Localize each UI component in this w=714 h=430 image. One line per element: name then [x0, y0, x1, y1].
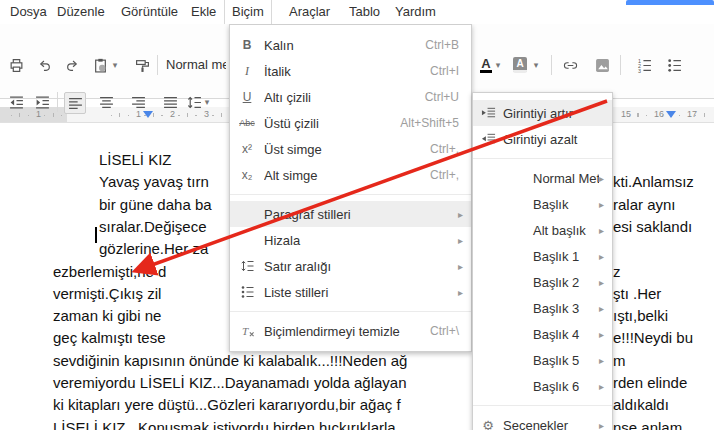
menu-item-label: Girintiyi azalt [503, 132, 612, 147]
menubar-item-düzenle[interactable]: Düzenle [50, 0, 112, 24]
submenu-arrow-icon: ▸ [458, 209, 471, 220]
format-menu-item-liste-stilleri[interactable]: Liste stilleri▸ [230, 279, 471, 305]
menu-item-label: Başlık 3 [503, 301, 599, 316]
submenu-arrow-icon: ▸ [599, 251, 612, 262]
bold-icon: B [230, 38, 264, 52]
menubar-item-biçim[interactable]: Biçim [224, 0, 272, 24]
styles-submenu-item-alt-başlık[interactable]: Alt başlık▸ [473, 217, 612, 243]
ruler-tick [28, 115, 29, 116]
menubar-item-görüntüle[interactable]: Görüntüle [114, 0, 185, 24]
svg-text:T: T [241, 325, 248, 337]
menu-item-label: Girintiyi artır [503, 106, 612, 121]
format-menu-item-alt-simge[interactable]: x₂Alt simgeCtrl+, [230, 162, 471, 188]
share-button-edge[interactable] [626, 0, 714, 5]
ruler-number: 15 [621, 109, 631, 119]
styles-submenu-item-başlık-4[interactable]: Başlık 4▸ [473, 321, 612, 347]
styles-submenu-item-başlık-2[interactable]: Başlık 2▸ [473, 269, 612, 295]
menu-separator [473, 405, 612, 406]
text-color-dropdown-icon[interactable]: ▾ [493, 55, 503, 75]
styles-submenu-item-girintiyi-azalt[interactable]: Girintiyi azalt [473, 126, 612, 152]
menubar-item-ekle[interactable]: Ekle [184, 0, 223, 24]
styles-submenu-item-başlık[interactable]: Başlık▸ [473, 191, 612, 217]
menubar-item-araçlar[interactable]: Araçlar [282, 0, 337, 24]
strikethrough-icon: Abc [230, 118, 264, 128]
submenu-arrow-icon: ▸ [599, 303, 612, 314]
menubar-item-yardım[interactable]: Yardım [388, 0, 443, 24]
image-icon[interactable] [592, 55, 612, 75]
menu-separator [473, 158, 612, 159]
format-menu-item-hizala[interactable]: Hizala▸ [230, 227, 471, 253]
paragraph-style-selector[interactable]: Normal me... [166, 55, 226, 75]
document-text-fragment: ıştı,belki [613, 307, 668, 324]
line-spacing-dropdown-icon[interactable]: ▾ [202, 92, 212, 112]
format-menu-item-paragraf-stilleri[interactable]: Paragraf stilleri▸ [230, 201, 471, 227]
menu-item-shortcut: Ctrl+U [425, 90, 471, 104]
ruler-tick [637, 113, 638, 117]
submenu-arrow-icon: ▸ [599, 355, 612, 366]
styles-submenu-item-girintiyi-artır[interactable]: Girintiyi artır [473, 100, 612, 126]
undo-icon[interactable] [34, 55, 54, 75]
menu-item-shortcut: Ctrl+\ [430, 324, 471, 338]
menu-item-label: Seçenekler [503, 418, 599, 430]
document-text-line: sıralar.Değişece [99, 218, 207, 235]
align-justify-icon[interactable] [160, 92, 180, 112]
menu-bar: DosyaDüzenleGörüntüleEkleBiçimAraçlarTab… [0, 0, 714, 24]
redo-icon[interactable] [62, 55, 82, 75]
styles-submenu-item-başlık-1[interactable]: Başlık 1▸ [473, 243, 612, 269]
link-icon[interactable] [560, 55, 580, 75]
menu-item-shortcut: Ctrl+. [430, 142, 471, 156]
align-right-icon[interactable] [128, 92, 148, 112]
format-menu-item-i-talik[interactable]: IİtalikCtrl+I [230, 58, 471, 84]
styles-submenu-item-normal-metin[interactable]: Normal Metin▸ [473, 165, 612, 191]
menu-item-shortcut: Ctrl+I [430, 64, 471, 78]
ruler-tick [646, 115, 647, 116]
styles-submenu-item-başlık-3[interactable]: Başlık 3▸ [473, 295, 612, 321]
styles-submenu-item-seçenekler[interactable]: ⚙Seçenekler▸ [473, 412, 612, 430]
indent-icon[interactable] [32, 92, 52, 112]
indent-decrease-icon [473, 132, 503, 146]
align-center-icon[interactable] [96, 92, 116, 112]
format-menu-item-biçimlendirmeyi-temizle[interactable]: TBiçimlendirmeyi temizleCtrl+\ [230, 318, 471, 344]
format-menu-item-satır-aralığı[interactable]: Satır aralığı▸ [230, 253, 471, 279]
paste-dropdown-icon[interactable]: ▾ [110, 55, 120, 75]
paste-icon[interactable] [90, 55, 110, 75]
menu-item-label: Hizala [264, 233, 458, 248]
indent-marker-right[interactable] [666, 111, 676, 118]
menu-item-label: Paragraf stilleri [264, 207, 458, 222]
format-menu-item-kalın[interactable]: BKalınCtrl+B [230, 32, 471, 58]
numbered-list-icon[interactable]: 123 [634, 55, 654, 75]
print-icon[interactable] [6, 55, 26, 75]
ruler-tick [179, 115, 180, 116]
format-menu-item-üstü-çizili[interactable]: AbcÜstü çiziliAlt+Shift+5 [230, 110, 471, 136]
menu-item-label: Kalın [264, 38, 425, 53]
document-text-line: LİSELİ KIZ...Konuşmak istiyordu,birden h… [53, 419, 396, 430]
ruler-tick [111, 115, 112, 116]
menubar-item-dosya[interactable]: Dosya [3, 0, 54, 24]
format-menu-item-üst-simge[interactable]: x²Üst simgeCtrl+. [230, 136, 471, 162]
superscript-icon: x² [230, 142, 264, 156]
bulleted-list-icon[interactable] [664, 55, 684, 75]
styles-submenu-item-başlık-5[interactable]: Başlık 5▸ [473, 347, 612, 373]
ruler-tick [629, 115, 630, 116]
menu-item-label: Başlık 1 [503, 249, 599, 264]
menubar-item-tablo[interactable]: Tablo [342, 0, 387, 24]
menu-item-label: Satır aralığı [264, 259, 458, 274]
ruler-tick [61, 115, 62, 116]
submenu-arrow-icon: ▸ [599, 381, 612, 392]
align-left-icon[interactable] [64, 92, 86, 114]
submenu-arrow-icon: ▸ [458, 235, 471, 246]
indent-marker-left[interactable] [143, 111, 153, 118]
document-text-line: vermişti.Çıkış zil [53, 285, 161, 302]
line-spacing-icon[interactable] [184, 92, 204, 112]
submenu-arrow-icon: ▸ [599, 420, 612, 430]
format-menu-item-altı-çizili[interactable]: UAltı çiziliCtrl+U [230, 84, 471, 110]
ruler-tick [679, 115, 680, 116]
outdent-icon[interactable] [6, 92, 26, 112]
submenu-arrow-icon: ▸ [458, 287, 471, 298]
highlight-dropdown-icon[interactable]: ▾ [531, 55, 541, 75]
format-menu: BKalınCtrl+BIİtalikCtrl+IUAltı çiziliCtr… [229, 24, 472, 352]
ruler-tick [213, 115, 214, 116]
highlight-color-icon[interactable]: A [510, 55, 530, 75]
paint-format-icon[interactable] [132, 55, 152, 75]
styles-submenu-item-başlık-6[interactable]: Başlık 6▸ [473, 373, 612, 399]
